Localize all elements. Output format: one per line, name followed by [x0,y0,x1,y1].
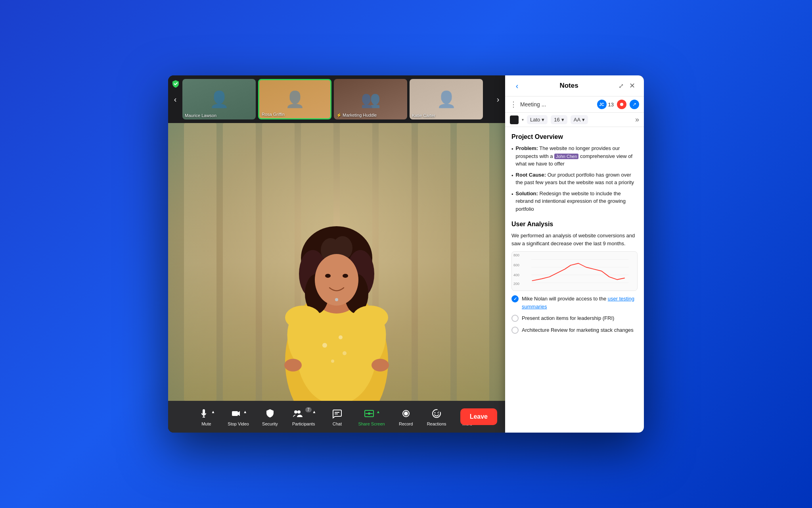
bullet-solution: • Solution: Redesign the website to incl… [511,190,638,213]
notes-avatar: JC [597,100,607,109]
svg-point-21 [343,274,348,278]
svg-point-39 [404,412,408,416]
lightning-icon: ⚡ [336,113,342,117]
toolbar-record[interactable]: Record [392,404,420,429]
svg-point-9 [339,335,343,339]
toolbar-mute[interactable]: ▲ Mute [192,404,220,429]
participants-icon [291,407,304,420]
check-item-1: Mike Nolan will provide access to the us… [511,295,638,310]
font-size-value: 16 [554,117,559,123]
toolbar-stop-video[interactable]: ▲ Stop Video [222,404,255,429]
svg-point-22 [335,298,338,301]
checkbox-1[interactable] [511,295,519,302]
share-screen-icon-group: ▲ [363,407,380,420]
notes-subheader: ⋮ Meeting ... JC 13 ↗ [505,96,644,113]
main-speaker-figure [237,171,436,401]
mute-icon [197,407,210,420]
checkbox-2[interactable] [511,315,519,322]
bullet-dot-1: • [511,145,513,168]
participants-badge: 7 [305,407,312,412]
svg-point-6 [322,343,327,348]
toolbar-participants[interactable]: 7 ▲ Participants [285,404,322,429]
slab-1 [184,123,216,401]
reactions-label: Reactions [427,421,446,426]
thumbnail-maurice[interactable]: 👤 Maurice Lawson [182,79,256,119]
bullet-solution-text: Solution: Redesign the website to includ… [516,190,638,213]
user-analysis-body: We performed an analysis of website conv… [511,232,638,247]
color-swatch[interactable] [510,115,519,124]
notes-participant-count: 13 [608,102,614,108]
notes-close-button[interactable]: ✕ [626,80,638,91]
bullet-dot-3: • [511,190,513,213]
toolbar-reactions[interactable]: + Reactions [421,404,452,429]
root-cause-label: Root Cause: [516,172,546,178]
app-window: ‹ Notes ⤢ ✕ ⋮ Meeting ... JC 13 ↗ ▾ Lato… [168,75,644,433]
notes-header: ‹ Notes ⤢ ✕ [505,75,644,96]
font-size-chevron: ▾ [561,117,564,123]
more-format-button[interactable]: » [635,115,639,124]
notes-content: Project Overview • Problem: The website … [505,127,644,433]
svg-point-33 [297,410,301,414]
chart-label-mid2: 400 [513,273,519,277]
security-icon [264,407,276,420]
user-testing-link[interactable]: user testing summaries [522,296,634,310]
color-arrow[interactable]: ▾ [522,117,524,122]
participants-arrow: ▲ [312,410,316,414]
mute-label: Mute [201,421,211,426]
font-size-selector[interactable]: 16 ▾ [551,115,567,124]
font-selector[interactable]: Lato ▾ [527,115,548,124]
record-dot [620,103,623,106]
stop-video-icon [230,407,242,420]
thumbnail-label-4: Katie Carter [412,113,435,118]
notes-expand-button[interactable]: ⤢ [615,80,626,91]
checklist-section: Mike Nolan will provide access to the us… [511,295,638,334]
aa-chevron: ▾ [582,117,585,123]
toolbar: ▲ Mute ▲ Stop Video [168,401,505,433]
mute-icon-group: ▲ [197,407,215,420]
aa-selector[interactable]: AA ▾ [571,115,588,124]
toolbar-chat[interactable]: Chat [323,404,351,429]
notes-doc-title[interactable]: Meeting ... [520,101,594,108]
notes-chart: 800 600 400 200 [511,251,638,291]
svg-point-41 [435,412,436,414]
checkbox-3[interactable] [511,327,519,334]
notes-share-badge[interactable]: ↗ [630,100,639,109]
share-screen-label: Share Screen [358,421,385,426]
notes-avatar-group: JC 13 [597,100,614,109]
shield-icon [171,79,180,90]
svg-point-27 [284,359,302,371]
svg-rect-31 [232,411,238,416]
toolbar-security[interactable]: Security [256,404,284,429]
check-text-2: Present action items for leadership (FRI… [522,314,614,322]
thumbnail-label-3: ⚡Marketing Huddle [336,113,377,118]
stop-video-icon-group: ▲ [230,407,247,420]
section-heading-project: Project Overview [511,133,638,140]
notes-menu-button[interactable]: ⋮ [510,100,517,109]
chart-label-top: 800 [513,253,519,257]
prev-nav-button[interactable]: ‹ [168,95,182,104]
svg-point-7 [343,351,347,355]
svg-point-37 [368,412,370,415]
record-label: Record [399,421,413,426]
chat-label: Chat [333,421,342,426]
thumbnail-marketing[interactable]: 👥 ⚡Marketing Huddle [334,79,407,119]
thumbnail-rosa[interactable]: 👤 Rosa Griffin [258,79,331,119]
bullet-problem-text: Problem: The website no longer provides … [516,144,638,168]
leave-button[interactable]: Leave [460,408,497,425]
toolbar-share-screen[interactable]: ▲ Share Screen [352,404,390,429]
participants-label: Participants [292,421,315,426]
svg-point-20 [325,274,331,278]
check-item-3: Architecture Review for marketing stack … [511,326,638,334]
bullet-dot-2: • [511,172,513,187]
thumbnail-katie[interactable]: 👤 Katie Carter [410,79,483,119]
slab-8 [457,123,489,401]
john-chen-cursor: John Chen [554,154,578,159]
check-text-3: Architecture Review for marketing stack … [522,326,634,334]
stop-video-arrow: ▲ [243,410,247,414]
thumbnail-label-2: Rosa Griffin [262,112,285,117]
next-nav-button[interactable]: › [491,95,505,104]
thumbnail-label-1: Maurice Lawson [185,113,216,118]
aa-label: AA [574,117,580,123]
notes-back-button[interactable]: ‹ [511,80,523,91]
svg-text:+: + [438,410,440,412]
